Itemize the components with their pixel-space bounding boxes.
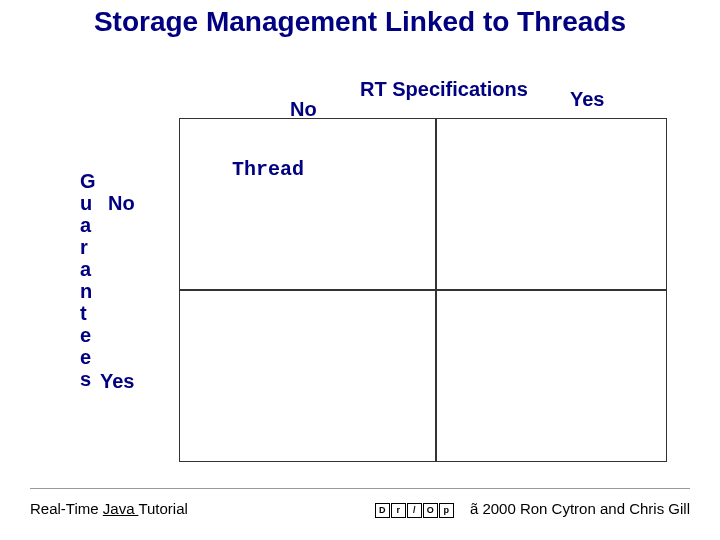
slide-title: Storage Management Linked to Threads: [0, 6, 720, 38]
grid-cell-top-left: [179, 118, 436, 290]
row-header-yes: Yes: [100, 370, 134, 393]
logo-letter: D: [375, 503, 390, 518]
cell-content-thread: Thread: [232, 158, 304, 181]
axis-side-label: Guarantees: [80, 170, 94, 390]
footer: Real-Time Java Tutorial D r / O p ã 2000…: [30, 500, 690, 518]
footer-left: Real-Time Java Tutorial: [30, 500, 188, 517]
axis-side-text: Guarantees: [80, 170, 96, 390]
row-header-no: No: [108, 192, 135, 215]
axis-top-label: RT Specifications: [360, 78, 528, 101]
logo-letter: /: [407, 503, 422, 518]
logo-letter: r: [391, 503, 406, 518]
footer-copyright: ã 2000 Ron Cytron and Chris Gill: [470, 500, 690, 517]
footer-left-underlined: Java: [103, 500, 139, 517]
logo-letter: O: [423, 503, 438, 518]
grid-cell-bottom-right: [436, 290, 667, 462]
footer-right: D r / O p ã 2000 Ron Cytron and Chris Gi…: [375, 500, 690, 518]
footer-left-tail: Tutorial: [138, 500, 187, 517]
column-header-yes: Yes: [570, 88, 604, 111]
logo-icon: D r / O p: [375, 503, 454, 518]
footer-divider: [30, 488, 690, 489]
logo-letter: p: [439, 503, 454, 518]
grid-cell-top-right: [436, 118, 667, 290]
grid-cell-bottom-left: [179, 290, 436, 462]
footer-left-plain: Real-Time: [30, 500, 103, 517]
